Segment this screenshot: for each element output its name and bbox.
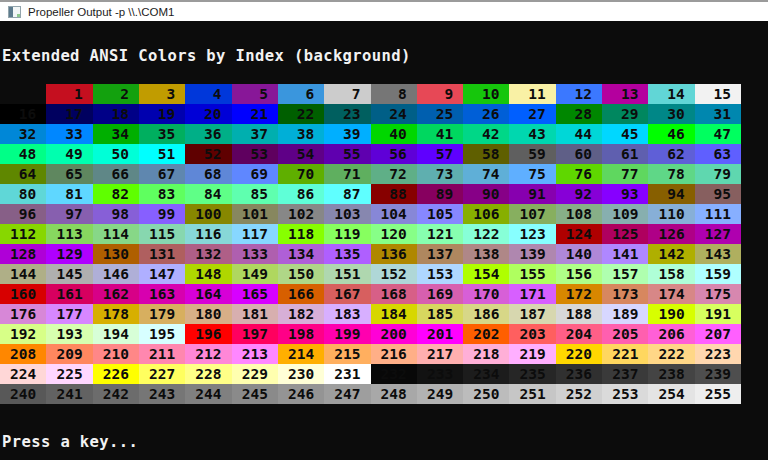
color-cell: 40 (371, 124, 417, 144)
color-cell: 119 (324, 224, 370, 244)
color-cell: 85 (232, 184, 278, 204)
color-cell: 195 (139, 324, 185, 344)
color-cell: 128 (0, 244, 46, 264)
color-cell: 168 (371, 284, 417, 304)
color-cell: 161 (46, 284, 92, 304)
color-cell: 55 (324, 144, 370, 164)
color-cell: 109 (602, 204, 648, 224)
color-cell: 159 (695, 264, 741, 284)
color-cell: 18 (93, 104, 139, 124)
color-cell: 152 (371, 264, 417, 284)
color-cell: 22 (278, 104, 324, 124)
color-cell: 141 (602, 244, 648, 264)
color-cell: 182 (278, 304, 324, 324)
color-cell: 37 (232, 124, 278, 144)
color-cell: 196 (185, 324, 231, 344)
color-cell: 24 (371, 104, 417, 124)
color-cell: 134 (278, 244, 324, 264)
color-cell: 102 (278, 204, 324, 224)
color-cell: 86 (278, 184, 324, 204)
color-cell: 106 (463, 204, 509, 224)
color-cell: 78 (648, 164, 694, 184)
color-cell: 56 (371, 144, 417, 164)
color-cell: 137 (417, 244, 463, 264)
color-cell: 93 (602, 184, 648, 204)
color-cell: 229 (232, 364, 278, 384)
color-cell: 247 (324, 384, 370, 404)
color-cell: 253 (602, 384, 648, 404)
color-cell: 8 (371, 84, 417, 104)
color-cell: 17 (46, 104, 92, 124)
color-cell: 181 (232, 304, 278, 324)
color-cell: 96 (0, 204, 46, 224)
color-cell: 166 (278, 284, 324, 304)
color-cell: 41 (417, 124, 463, 144)
color-cell: 252 (556, 384, 602, 404)
color-cell: 139 (509, 244, 555, 264)
color-cell: 84 (185, 184, 231, 204)
terminal-screen[interactable]: Extended ANSI Colors by Index (backgroun… (0, 21, 768, 460)
color-cell: 240 (0, 384, 46, 404)
color-cell: 136 (371, 244, 417, 264)
color-cell: 54 (278, 144, 324, 164)
color-cell: 73 (417, 164, 463, 184)
color-cell: 126 (648, 224, 694, 244)
color-cell: 75 (509, 164, 555, 184)
color-cell: 112 (0, 224, 46, 244)
color-cell: 189 (602, 304, 648, 324)
color-cell: 13 (602, 84, 648, 104)
color-cell: 87 (324, 184, 370, 204)
color-grid: 0123456789101112131415161718192021222324… (0, 84, 741, 404)
color-cell: 98 (93, 204, 139, 224)
color-cell: 227 (139, 364, 185, 384)
color-cell: 157 (602, 264, 648, 284)
color-cell: 124 (556, 224, 602, 244)
color-cell: 131 (139, 244, 185, 264)
color-cell: 33 (46, 124, 92, 144)
terminal-header-text: Extended ANSI Colors by Index (backgroun… (2, 47, 411, 65)
color-cell: 59 (509, 144, 555, 164)
color-cell: 104 (371, 204, 417, 224)
color-cell: 20 (185, 104, 231, 124)
color-cell: 53 (232, 144, 278, 164)
color-cell: 224 (0, 364, 46, 384)
color-cell: 70 (278, 164, 324, 184)
color-cell: 121 (417, 224, 463, 244)
color-cell: 226 (93, 364, 139, 384)
color-cell: 175 (695, 284, 741, 304)
color-cell: 100 (185, 204, 231, 224)
color-cell: 170 (463, 284, 509, 304)
color-cell: 206 (648, 324, 694, 344)
color-cell: 142 (648, 244, 694, 264)
color-cell: 89 (417, 184, 463, 204)
color-cell: 177 (46, 304, 92, 324)
color-cell: 1 (46, 84, 92, 104)
color-cell: 12 (556, 84, 602, 104)
color-cell: 107 (509, 204, 555, 224)
color-cell: 188 (556, 304, 602, 324)
color-cell: 207 (695, 324, 741, 344)
color-cell: 42 (463, 124, 509, 144)
color-cell: 120 (371, 224, 417, 244)
color-cell: 211 (139, 344, 185, 364)
color-cell: 19 (139, 104, 185, 124)
color-cell: 105 (417, 204, 463, 224)
color-cell: 197 (232, 324, 278, 344)
color-cell: 69 (232, 164, 278, 184)
color-cell: 23 (324, 104, 370, 124)
color-cell: 220 (556, 344, 602, 364)
color-cell: 173 (602, 284, 648, 304)
color-cell: 249 (417, 384, 463, 404)
color-cell: 5 (232, 84, 278, 104)
color-cell: 143 (695, 244, 741, 264)
color-cell: 204 (556, 324, 602, 344)
color-cell: 246 (278, 384, 324, 404)
color-cell: 148 (185, 264, 231, 284)
color-cell: 129 (46, 244, 92, 264)
color-cell: 231 (324, 364, 370, 384)
title-bar[interactable]: Propeller Output -p \\.\COM1 (0, 0, 768, 21)
color-cell: 113 (46, 224, 92, 244)
color-cell: 32 (0, 124, 46, 144)
color-cell: 99 (139, 204, 185, 224)
color-cell: 4 (185, 84, 231, 104)
